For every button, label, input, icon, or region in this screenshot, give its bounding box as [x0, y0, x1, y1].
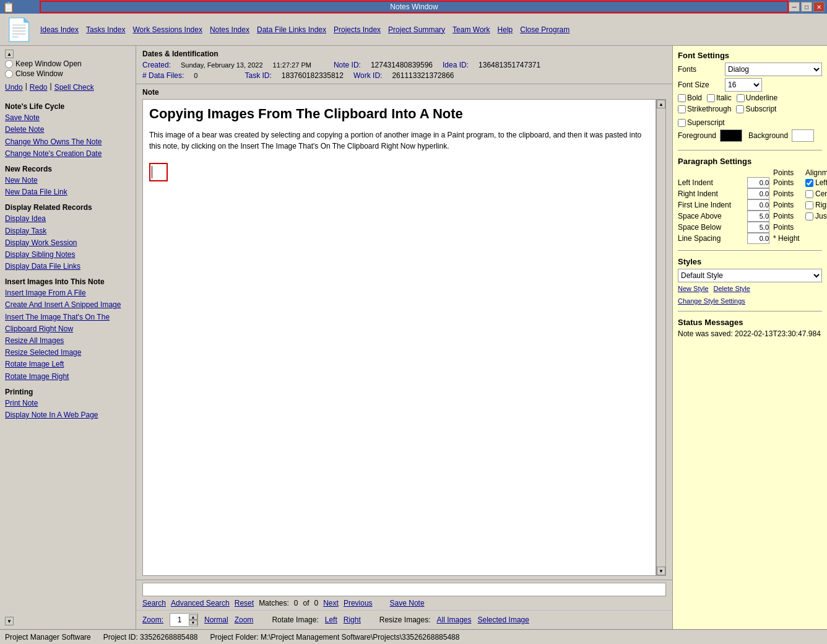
restore-button[interactable]: □: [801, 2, 812, 12]
note-editor[interactable]: Copying Images From The Clipboard Into A…: [142, 99, 656, 576]
menu-item-team-work[interactable]: Team Work: [452, 25, 490, 34]
delete-note-link[interactable]: Delete Note: [5, 124, 131, 136]
normal-label[interactable]: Normal: [204, 616, 228, 624]
create-insert-snipped-image-link[interactable]: Create And Insert A Snipped Image: [5, 299, 131, 311]
rotate-image-left-link[interactable]: Rotate Image Left: [5, 359, 131, 370]
display-sibling-notes-link[interactable]: Display Sibling Notes: [5, 249, 131, 261]
bold-checkbox[interactable]: [678, 94, 686, 102]
redo-button[interactable]: Redo: [30, 82, 48, 94]
scroll-down-button[interactable]: ▼: [5, 617, 14, 625]
menu-item-data-file-links-index[interactable]: Data File Links Index: [257, 25, 326, 34]
background-label: Background: [748, 131, 788, 140]
zoom-up-button[interactable]: ▲: [189, 614, 197, 620]
display-work-session-link[interactable]: Display Work Session: [5, 237, 131, 249]
undo-button[interactable]: Undo: [5, 82, 23, 94]
space-above-input[interactable]: [747, 211, 769, 222]
new-data-file-link[interactable]: New Data File Link: [5, 186, 131, 198]
keep-window-open-radio[interactable]: Keep Window Open: [5, 59, 131, 68]
right-indent-input[interactable]: [747, 188, 769, 199]
foreground-color-box[interactable]: [720, 129, 742, 142]
all-images-button[interactable]: All Images: [436, 616, 471, 624]
space-below-input[interactable]: [747, 222, 769, 233]
styles-title: Styles: [678, 257, 822, 266]
save-note-search-button[interactable]: Save Note: [390, 599, 425, 607]
rotate-right-button[interactable]: Right: [344, 616, 361, 624]
change-style-settings-button[interactable]: Change Style Settings: [678, 297, 745, 305]
font-select[interactable]: Dialog: [725, 63, 822, 76]
justified-align-checkbox[interactable]: [805, 212, 813, 220]
change-creation-date-link[interactable]: Change Note's Creation Date: [5, 148, 131, 160]
rotate-left-button[interactable]: Left: [325, 616, 337, 624]
minimize-button[interactable]: ─: [789, 2, 800, 12]
note-scroll-track[interactable]: ▲ ▼: [656, 99, 666, 576]
note-cursor-box[interactable]: [149, 163, 168, 181]
insert-image-from-file-link[interactable]: Insert Image From A File: [5, 287, 131, 299]
zoom-down-button[interactable]: ▼: [189, 620, 197, 625]
menu-item-projects-index[interactable]: Projects Index: [334, 25, 381, 34]
menu-item-notes-index[interactable]: Notes Index: [210, 25, 249, 34]
center-align-checkbox[interactable]: [805, 190, 813, 198]
close-button[interactable]: ✕: [813, 2, 825, 12]
of-label: of: [303, 599, 310, 607]
strikethrough-checkbox[interactable]: [678, 105, 686, 113]
reset-button[interactable]: Reset: [235, 599, 254, 607]
of-value: 0: [314, 599, 319, 607]
spell-check-button[interactable]: Spell Check: [54, 82, 94, 94]
left-indent-input[interactable]: [747, 177, 769, 188]
first-line-indent-input[interactable]: [747, 199, 769, 211]
justified-align-label: Justified: [815, 212, 827, 220]
resize-all-images-link[interactable]: Resize All Images: [5, 335, 131, 347]
menu-item-close-program[interactable]: Close Program: [520, 25, 569, 34]
menu-item-project-summary[interactable]: Project Summary: [388, 25, 445, 34]
resize-selected-image-link[interactable]: Resize Selected Image: [5, 347, 131, 359]
subscript-checkbox[interactable]: [736, 105, 744, 113]
section-notes-lifecycle: Note's Life Cycle Save Note Delete Note …: [5, 98, 131, 160]
note-scroll-down[interactable]: ▼: [657, 567, 665, 575]
print-note-link[interactable]: Print Note: [5, 398, 131, 409]
italic-checkbox[interactable]: [707, 94, 715, 102]
menu-item-help[interactable]: Help: [498, 25, 513, 34]
zoom-input[interactable]: [170, 614, 189, 626]
display-data-file-links-link[interactable]: Display Data File Links: [5, 261, 131, 272]
style-select[interactable]: Default Style: [678, 269, 822, 282]
right-align-checkbox[interactable]: [805, 201, 813, 209]
menu-item-tasks-index[interactable]: Tasks Index: [86, 25, 125, 34]
change-owner-link[interactable]: Change Who Owns The Note: [5, 136, 131, 148]
new-note-link[interactable]: New Note: [5, 175, 131, 186]
underline-checkbox[interactable]: [737, 94, 745, 102]
display-note-web-page-link[interactable]: Display Note In A Web Page: [5, 409, 131, 421]
selected-image-button[interactable]: Selected Image: [478, 616, 529, 624]
rotate-image-right-link[interactable]: Rotate Image Right: [5, 371, 131, 383]
search-controls: Search Advanced Search Reset Matches: 0 …: [142, 599, 666, 607]
search-button[interactable]: Search: [142, 599, 166, 607]
display-idea-link[interactable]: Display Idea: [5, 213, 131, 225]
next-button[interactable]: Next: [323, 599, 339, 607]
delete-style-button[interactable]: Delete Style: [714, 285, 750, 292]
created-label: Created:: [142, 61, 171, 69]
note-body[interactable]: This image of a bear was created by sele…: [149, 129, 649, 152]
zoom-link[interactable]: Zoom: [235, 616, 254, 624]
new-style-button[interactable]: New Style: [678, 285, 709, 292]
line-spacing-height: * Height: [773, 234, 804, 243]
close-window-radio[interactable]: Close Window: [5, 69, 131, 78]
task-id-value: 183760182335812: [282, 71, 344, 80]
line-spacing-label: Line Spacing: [678, 234, 746, 243]
note-title[interactable]: Copying Images From The Clipboard Into A…: [149, 106, 649, 122]
menu-item-ideas-index[interactable]: Ideas Index: [40, 25, 79, 34]
search-input-area[interactable]: [142, 583, 666, 596]
save-note-link[interactable]: Save Note: [5, 112, 131, 124]
advanced-search-button[interactable]: Advanced Search: [171, 599, 230, 607]
note-scroll-up[interactable]: ▲: [657, 100, 665, 108]
superscript-checkbox[interactable]: [678, 119, 686, 127]
left-align-checkbox[interactable]: [805, 179, 813, 187]
font-size-select[interactable]: 16: [725, 78, 762, 92]
scroll-up-button[interactable]: ▲: [5, 50, 14, 58]
line-spacing-input[interactable]: [747, 233, 769, 244]
display-task-link[interactable]: Display Task: [5, 225, 131, 237]
background-color-box[interactable]: [792, 129, 814, 142]
insert-clipboard-image-link[interactable]: Insert The Image That's On The Clipboard…: [5, 311, 131, 335]
font-settings-section: Font Settings Fonts Dialog Font Size 16 …: [678, 51, 822, 144]
subscript-label: Subscript: [745, 105, 776, 113]
previous-button[interactable]: Previous: [344, 599, 373, 607]
menu-item-work-sessions-index[interactable]: Work Sessions Index: [132, 25, 202, 34]
